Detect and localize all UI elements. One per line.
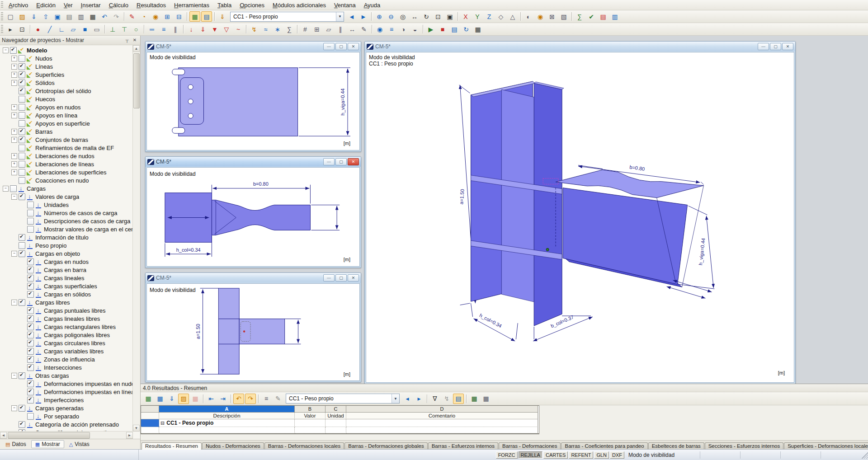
row-header-cell[interactable] — [141, 406, 159, 413]
tree-expander-icon[interactable]: + — [11, 80, 17, 86]
tree-item-intersecciones[interactable]: Intersecciones — [0, 363, 133, 371]
calculator-button[interactable]: ▦ — [481, 394, 491, 404]
results-tab-resultados-resumen[interactable]: Resultados - Resumen — [142, 442, 202, 450]
tree-item-zonas-de-influencia[interactable]: Zonas de influencia — [0, 355, 133, 363]
scrollbar-thumb[interactable] — [8, 432, 90, 439]
minimize-button[interactable]: — — [323, 43, 335, 50]
maximize-button[interactable]: ▢ — [335, 43, 347, 50]
checkbox[interactable] — [19, 120, 25, 127]
tree-item-deformaciones-impuestas-en-linea[interactable]: Deformaciones impuestas en línea — [0, 388, 133, 396]
tree-item-lineas[interactable]: +Líneas — [0, 62, 133, 70]
tree-item-peso-propio[interactable]: Peso propio — [0, 241, 133, 249]
checkbox[interactable] — [27, 413, 34, 420]
window-titlebar[interactable]: CM-5* — ▢ ✕ — [146, 273, 361, 283]
window-titlebar[interactable]: CM-5* — ▢ ✕ — [365, 42, 795, 52]
tree-item-apoyos-en-superficie[interactable]: Apoyos en superficie — [0, 119, 133, 127]
tree-item-cargas-variables-libres[interactable]: Cargas variables libres — [0, 347, 133, 355]
next-loadcase-button[interactable]: ▸ — [414, 394, 425, 404]
tree-item-descripciones-de-casos-de-carga[interactable]: Descripciones de casos de carga — [0, 217, 133, 225]
toolbar-drag-handle[interactable] — [1, 12, 3, 21]
tree-item-otras-cargas[interactable]: −Otras cargas — [0, 371, 133, 380]
result-tables-button[interactable]: ▤ — [449, 24, 460, 34]
render-mode-button[interactable]: ◐ — [523, 11, 534, 22]
checkbox[interactable] — [19, 177, 25, 184]
tree-item-cargas-lineales[interactable]: Cargas lineales — [0, 274, 133, 282]
polyline-new-button[interactable]: ∟ — [56, 24, 67, 34]
results-tab-barras-deformaciones-locales[interactable]: Barras - Deformaciones locales — [264, 442, 344, 449]
imperfection-button[interactable]: ~ — [233, 24, 244, 34]
checkbox[interactable] — [27, 307, 34, 314]
tree-item-cargas[interactable]: −Cargas — [0, 184, 133, 192]
checkbox[interactable] — [19, 153, 25, 160]
maximize-button[interactable]: ▢ — [770, 43, 781, 50]
diagram-button[interactable]: ▥ — [609, 11, 620, 22]
column-a-header[interactable]: A — [159, 406, 295, 413]
tree-item-refinamientos-de-malla-de-ef[interactable]: Refinamientos de malla de EF — [0, 144, 133, 152]
member-set-button[interactable]: ≡ — [158, 24, 169, 34]
scrollbar-thumb[interactable] — [133, 53, 140, 108]
table-goto-button[interactable]: ⇓ — [166, 394, 177, 404]
checkbox[interactable] — [19, 421, 25, 428]
viewport-plan-view[interactable]: Modo de visibilidad a=1.50 [m] — [147, 284, 359, 380]
tree-expander-icon[interactable]: + — [11, 113, 17, 118]
tree-item-cargas-rectangulares-libres[interactable]: Cargas rectangulares libres — [0, 323, 133, 331]
horizontal-scrollbar[interactable]: ◄ ► — [0, 431, 133, 439]
save-button[interactable]: ▣ — [52, 11, 63, 22]
column-d-header[interactable]: D — [346, 406, 538, 413]
zoom-all-button[interactable]: ▣ — [444, 11, 455, 22]
tree-expander-icon[interactable]: − — [3, 186, 9, 192]
import-model-button[interactable]: ⇓ — [28, 11, 39, 22]
pan-button[interactable]: ↔ — [409, 11, 420, 22]
tree-expander-icon[interactable]: + — [11, 129, 17, 135]
results-loadcase-combo[interactable]: CC1 - Peso propio ▼ — [286, 394, 400, 404]
close-button[interactable]: ✕ — [348, 43, 359, 50]
printout-report-button[interactable]: ▦ — [472, 24, 483, 34]
checkbox[interactable] — [19, 372, 25, 379]
tree-item-apoyos-en-linea[interactable]: +Apoyos en línea — [0, 111, 133, 119]
results-tab-barras-deformaciones[interactable]: Barras - Deformaciones — [499, 442, 561, 449]
tree-item-deformaciones-impuestas-en-nudos[interactable]: Deformaciones impuestas en nudos — [0, 380, 133, 388]
viewport-flange-view[interactable]: Modo de visibilidad b=0.80 h_col=0.34 — [147, 168, 359, 266]
table-edit-button[interactable]: ▤ — [201, 11, 212, 22]
tree-item-barras[interactable]: +Barras — [0, 127, 133, 136]
checkbox[interactable] — [27, 389, 34, 395]
support-node-button[interactable]: ⊥ — [107, 24, 118, 34]
checkbox[interactable] — [27, 283, 34, 290]
loadcase-button[interactable]: ⇓ — [217, 11, 228, 22]
tree-expander-icon[interactable]: − — [11, 373, 17, 379]
table-delete-button[interactable]: ▦ — [190, 394, 201, 404]
close-button[interactable]: ✕ — [782, 43, 793, 50]
new-window-button[interactable]: ⊞ — [162, 11, 173, 22]
results-tab-nudos-deformaciones[interactable]: Nudos - Deformaciones — [202, 442, 264, 449]
generate-load-button[interactable]: ↯ — [249, 24, 259, 34]
navigator-tab-mostrar[interactable]: ▦Mostrar — [31, 440, 64, 448]
checkbox[interactable] — [27, 275, 34, 282]
tree-expander-icon[interactable]: + — [11, 169, 17, 175]
scroll-right-icon[interactable]: ► — [126, 432, 133, 439]
tree-item-informacion-de-titulo[interactable]: Información de título — [0, 233, 133, 241]
tree-item-modelo[interactable]: −Modelo — [0, 46, 133, 54]
render-button[interactable]: ◉ — [150, 11, 161, 22]
tree-item-cargas-en-objeto[interactable]: −Cargas en objeto — [0, 249, 133, 258]
menu-insertar[interactable]: Insertar — [77, 1, 105, 9]
checkbox[interactable] — [27, 267, 34, 273]
calculate-button[interactable]: ∑ — [574, 11, 585, 22]
section-button[interactable]: ⊠ — [547, 11, 557, 22]
menu-tabla[interactable]: Tabla — [213, 1, 236, 9]
tree-item-cargas-en-nudos[interactable]: Cargas en nudos — [0, 258, 133, 266]
menu-modulos-adicionales[interactable]: Módulos adicionales — [269, 1, 330, 9]
checkbox[interactable] — [19, 234, 25, 241]
window-titlebar[interactable]: CM-5* — ▢ ✕ — [146, 157, 361, 167]
render-solid-button[interactable]: ◑ — [398, 24, 409, 34]
rotate-view-button[interactable]: ↻ — [421, 11, 432, 22]
load-node-button[interactable]: ↓ — [186, 24, 197, 34]
tree-expander-icon[interactable]: + — [11, 72, 17, 78]
checkbox[interactable] — [27, 291, 34, 298]
window-list-button[interactable]: ⊟ — [174, 11, 184, 22]
tree-item-cargas-superficiales[interactable]: Cargas superficiales — [0, 282, 133, 290]
find-button[interactable]: ◎ — [397, 11, 408, 22]
menu-herramientas[interactable]: Herramientas — [170, 1, 213, 9]
new-file-button[interactable]: ▢ — [5, 11, 16, 22]
tree-item-unidades[interactable]: Unidades — [0, 201, 133, 209]
load-member-button[interactable]: ⇓ — [198, 24, 208, 34]
